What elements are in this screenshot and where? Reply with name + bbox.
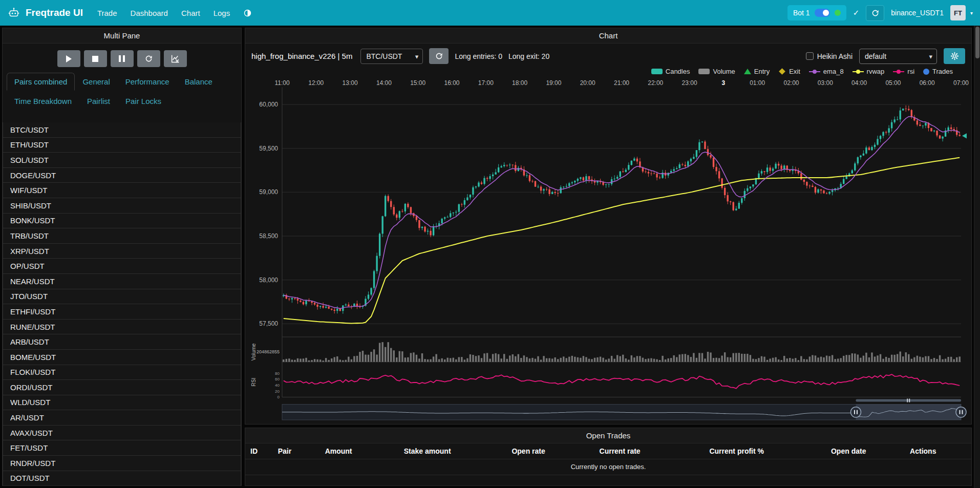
- pair-list-item[interactable]: FET/USDT: [3, 440, 241, 456]
- svg-text:59,000: 59,000: [259, 188, 278, 196]
- chart-area[interactable]: 60,00059,50059,00058,50058,00057,50011:0…: [245, 77, 971, 424]
- nav-item[interactable]: Dashboard: [131, 9, 168, 17]
- svg-text:80: 80: [275, 371, 280, 375]
- chart-panel: Chart high_frog_binance_v226 | 5m BTC/US…: [245, 28, 972, 425]
- pair-list-item[interactable]: SOL/USDT: [3, 152, 241, 168]
- refresh-icon: [435, 52, 443, 60]
- pair-list-item[interactable]: AR/USDT: [3, 410, 241, 426]
- pair-list-item[interactable]: NEAR/USDT: [3, 273, 241, 289]
- svg-text:04:00: 04:00: [851, 79, 867, 87]
- legend-marker-icon: [893, 71, 904, 72]
- reload-bot-button[interactable]: [866, 5, 884, 21]
- pair-list-item[interactable]: ETH/USDT: [3, 137, 241, 153]
- svg-text:14:00: 14:00: [376, 79, 392, 87]
- pair-list-item[interactable]: FLOKI/USDT: [3, 365, 241, 380]
- pair-list-item[interactable]: DOGE/USDT: [3, 167, 241, 183]
- pair-list-item[interactable]: SHIB/USDT: [3, 198, 241, 214]
- legend-item[interactable]: Candles: [651, 68, 690, 75]
- tab[interactable]: Performance: [118, 73, 177, 91]
- pair-select-wrap: BTC/USDT: [360, 49, 423, 64]
- bot-toggle[interactable]: [815, 9, 830, 17]
- stop-button[interactable]: [84, 50, 107, 67]
- pause-button[interactable]: [111, 50, 134, 67]
- svg-text:17:00: 17:00: [478, 79, 494, 87]
- tab[interactable]: Pairlist: [79, 92, 118, 110]
- svg-text:06:00: 06:00: [920, 79, 935, 87]
- clear-chart-button[interactable]: [164, 50, 187, 67]
- avatar[interactable]: FT: [950, 5, 966, 20]
- pair-list-item[interactable]: OP/USDT: [3, 258, 241, 274]
- heikin-ashi-toggle[interactable]: Heikin Ashi: [806, 52, 853, 60]
- right-column: Chart high_frog_binance_v226 | 5m BTC/US…: [245, 28, 972, 486]
- legend-item[interactable]: Volume: [698, 68, 735, 75]
- legend-item[interactable]: Entry: [744, 68, 770, 75]
- stop-icon: [92, 56, 98, 62]
- heikin-ashi-checkbox[interactable]: [806, 52, 814, 60]
- trades-column-header: Current profit %: [705, 443, 827, 459]
- legend-item[interactable]: rvwap: [853, 68, 885, 75]
- theme-toggle-icon[interactable]: [243, 9, 252, 17]
- pair-list-item[interactable]: TRB/USDT: [3, 228, 241, 244]
- heikin-ashi-label: Heikin Ashi: [817, 52, 853, 60]
- pair-list-item[interactable]: JTO/USDT: [3, 289, 241, 305]
- legend-marker-icon: [853, 71, 864, 72]
- page-scrollbar[interactable]: [974, 26, 980, 488]
- svg-text:19:00: 19:00: [546, 79, 561, 87]
- bot-selector[interactable]: Bot 1: [787, 5, 846, 20]
- pair-list-item[interactable]: XRP/USDT: [3, 243, 241, 259]
- plot-config-select[interactable]: default: [859, 49, 937, 64]
- gear-icon: [950, 52, 959, 60]
- svg-text:204862855: 204862855: [257, 349, 280, 354]
- tab[interactable]: Pair Locks: [118, 92, 169, 110]
- chart-refresh-button[interactable]: [429, 48, 449, 64]
- svg-text:11:00: 11:00: [274, 79, 289, 87]
- svg-text:01:00: 01:00: [750, 79, 765, 87]
- pair-list-item[interactable]: ARB/USDT: [3, 334, 241, 350]
- refresh-icon: [145, 55, 153, 62]
- play-button[interactable]: [57, 50, 80, 67]
- svg-text:18:00: 18:00: [512, 79, 527, 87]
- freqtrade-logo-icon: [7, 6, 20, 19]
- legend-item[interactable]: ema_8: [809, 68, 844, 75]
- pair-list-item[interactable]: RNDR/USDT: [3, 455, 241, 471]
- trades-column-header: Stake amount: [400, 443, 508, 459]
- multi-pane-panel: Multi Pane Pairs combinedGeneralPerforma…: [2, 28, 242, 486]
- trades-column-header: Pair: [274, 443, 321, 459]
- scrollbar-thumb[interactable]: [975, 27, 979, 58]
- chart-legend: Candles Volume Entry Exit: [245, 66, 971, 77]
- svg-text:23:00: 23:00: [682, 79, 697, 87]
- refresh-button[interactable]: [137, 50, 160, 67]
- pair-list-item[interactable]: BTC/USDT: [3, 122, 241, 138]
- nav-item[interactable]: Logs: [214, 9, 230, 17]
- pair-select[interactable]: BTC/USDT: [360, 49, 423, 64]
- pair-list-item[interactable]: WLD/USDT: [3, 395, 241, 411]
- multi-pane-tabs: Pairs combinedGeneralPerformanceBalanceT…: [3, 70, 241, 110]
- pair-list-item[interactable]: BOME/USDT: [3, 349, 241, 365]
- legend-marker-icon: [923, 69, 929, 75]
- svg-text:RSI: RSI: [251, 378, 257, 387]
- svg-text:Volume: Volume: [251, 343, 257, 360]
- plot-settings-button[interactable]: [944, 48, 965, 64]
- avatar-caret-icon[interactable]: ▾: [970, 10, 973, 16]
- pair-list-item[interactable]: WIF/USDT: [3, 182, 241, 198]
- pair-list-item[interactable]: AVAX/USDT: [3, 425, 241, 441]
- svg-text:59,500: 59,500: [259, 145, 278, 152]
- pair-list-item[interactable]: ETHFI/USDT: [3, 304, 241, 320]
- pair-list-item[interactable]: BONK/USDT: [3, 213, 241, 229]
- pair-list-item[interactable]: DOT/USDT: [3, 471, 241, 485]
- tab[interactable]: Balance: [177, 73, 220, 91]
- legend-item[interactable]: Trades: [923, 68, 953, 75]
- svg-text:13:00: 13:00: [343, 79, 358, 87]
- no-trades-message: Currently no open trades.: [245, 459, 971, 475]
- tab[interactable]: Time Breakdown: [7, 92, 79, 110]
- pair-list-item[interactable]: RUNE/USDT: [3, 319, 241, 335]
- legend-item[interactable]: rsi: [893, 68, 914, 75]
- legend-marker-icon: [809, 71, 820, 72]
- nav-item[interactable]: Trade: [97, 9, 117, 17]
- nav-item[interactable]: Chart: [181, 9, 200, 17]
- tab[interactable]: General: [75, 73, 117, 91]
- pair-list-item[interactable]: ORDI/USDT: [3, 379, 241, 395]
- legend-item[interactable]: Exit: [778, 68, 800, 75]
- tab[interactable]: Pairs combined: [7, 73, 75, 91]
- svg-text:58,500: 58,500: [259, 232, 278, 240]
